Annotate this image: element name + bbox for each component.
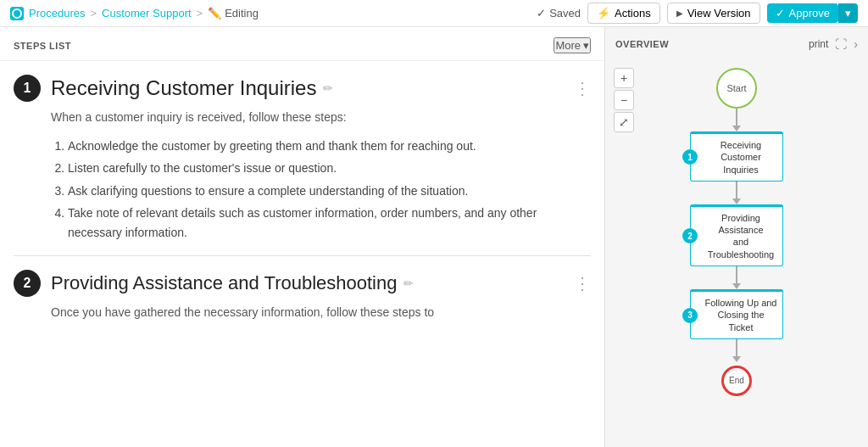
step-2-description: Once you have gathered the necessary inf… — [51, 304, 591, 321]
step-1-title-row: Receiving Customer Inquiries ✏ — [51, 76, 564, 100]
step-1-menu-icon[interactable]: ⋮ — [574, 75, 591, 98]
step-1-number: 1 — [14, 75, 41, 102]
zoom-out-button[interactable]: − — [614, 90, 634, 110]
fit-button[interactable]: ⤢ — [614, 112, 634, 132]
step-item-2: 2 Providing Assistance and Troubleshooti… — [0, 256, 604, 321]
flow-node-1: 1 Receiving CustomerInquiries — [690, 131, 783, 182]
chevron-right-icon[interactable]: › — [854, 37, 858, 51]
step-item-1: 1 Receiving Customer Inquiries ✏ ⋮ When … — [0, 61, 604, 242]
flow-node-1-label: Receiving CustomerInquiries — [721, 140, 761, 175]
step-2-title: Providing Assistance and Troubleshooting — [51, 272, 397, 294]
app-header: Procedures > Customer Support > ✏️ Editi… — [0, 0, 868, 27]
zoom-in-button[interactable]: + — [614, 68, 634, 88]
breadcrumb-sep1: > — [90, 7, 97, 20]
flow-node-3-badge: 3 — [682, 308, 698, 323]
actions-button[interactable]: Actions — [587, 3, 660, 24]
saved-status: Saved — [537, 7, 581, 20]
step-1-description: When a customer inquiry is received, fol… — [51, 109, 591, 126]
flow-node-3-label: Following Up andClosing the Ticket — [705, 298, 777, 332]
flow-arrowhead-4 — [732, 356, 741, 362]
flow-node-2-label: Providing Assistanceand Troubleshooting — [708, 213, 774, 260]
print-button[interactable]: print — [809, 38, 828, 50]
flow-node-2-badge: 2 — [682, 228, 698, 243]
flow-diagram-area: + − ⤢ Start 1 Receiving CustomerInquirie… — [605, 58, 868, 447]
step-1-header: 1 Receiving Customer Inquiries ✏ ⋮ — [14, 75, 591, 102]
breadcrumb-sep2: > — [197, 7, 203, 20]
breadcrumb: Procedures > Customer Support > ✏️ Editi… — [10, 7, 531, 20]
more-button[interactable]: More — [554, 37, 591, 53]
main-content: STEPS LIST More 1 Receiving Customer Inq… — [0, 27, 868, 447]
breadcrumb-customer-support[interactable]: Customer Support — [102, 7, 192, 20]
flow-node-3: 3 Following Up andClosing the Ticket — [690, 289, 783, 339]
overview-panel: OVERVIEW print ⛶ › + − ⤢ Start — [605, 27, 868, 447]
step-2-number: 2 — [14, 270, 41, 297]
flow-arrow — [736, 109, 737, 126]
flow-node-2: 2 Providing Assistanceand Troubleshootin… — [690, 204, 783, 266]
flow-arrowhead-2 — [732, 198, 741, 204]
flow-node-1-badge: 1 — [682, 149, 698, 165]
flow-diagram: Start 1 Receiving CustomerInquiries 2 Pr… — [690, 68, 783, 396]
step-2-header: 2 Providing Assistance and Troubleshooti… — [14, 270, 591, 297]
list-item: Take note of relevant details such as cu… — [68, 204, 591, 242]
approve-button[interactable]: Approve — [767, 3, 838, 23]
step-2-title-row: Providing Assistance and Troubleshooting… — [51, 272, 564, 294]
flow-arrowhead-3 — [732, 283, 741, 289]
step-1-title: Receiving Customer Inquiries — [51, 76, 316, 100]
breadcrumb-editing: ✏️ Editing — [208, 7, 259, 20]
header-actions: Saved Actions View Version Approve ▾ — [537, 3, 858, 24]
step-1-list: Acknowledge the customer by greeting the… — [51, 137, 591, 242]
overview-actions: print ⛶ › — [809, 37, 858, 51]
approve-group: Approve ▾ — [767, 3, 858, 23]
approve-dropdown-button[interactable]: ▾ — [838, 3, 858, 23]
list-item: Acknowledge the customer by greeting the… — [68, 137, 591, 155]
view-version-button[interactable]: View Version — [667, 3, 760, 24]
step-1-edit-icon[interactable]: ✏ — [323, 81, 333, 95]
flow-end-node: End — [721, 366, 752, 396]
flow-arrow-4 — [736, 339, 737, 356]
flow-controls: + − ⤢ — [614, 68, 634, 132]
list-item: Ask clarifying questions to ensure a com… — [68, 182, 591, 200]
list-item: Listen carefully to the customer's issue… — [68, 159, 591, 177]
flow-start-node: Start — [716, 68, 757, 109]
step-2-edit-icon[interactable]: ✏ — [403, 277, 414, 290]
flow-arrowhead — [732, 126, 741, 131]
overview-title: OVERVIEW — [615, 39, 669, 49]
breadcrumb-procedures[interactable]: Procedures — [29, 7, 85, 20]
expand-icon[interactable]: ⛶ — [835, 37, 847, 51]
pencil-icon: ✏️ — [208, 7, 221, 20]
overview-header: OVERVIEW print ⛶ › — [605, 27, 868, 58]
steps-panel: STEPS LIST More 1 Receiving Customer Inq… — [0, 27, 605, 447]
flow-arrow-3 — [736, 266, 737, 283]
steps-header: STEPS LIST More — [0, 27, 604, 61]
steps-list-title: STEPS LIST — [14, 41, 71, 51]
flow-arrow-2 — [736, 182, 737, 198]
app-logo — [10, 7, 24, 20]
step-2-menu-icon[interactable]: ⋮ — [574, 270, 591, 293]
